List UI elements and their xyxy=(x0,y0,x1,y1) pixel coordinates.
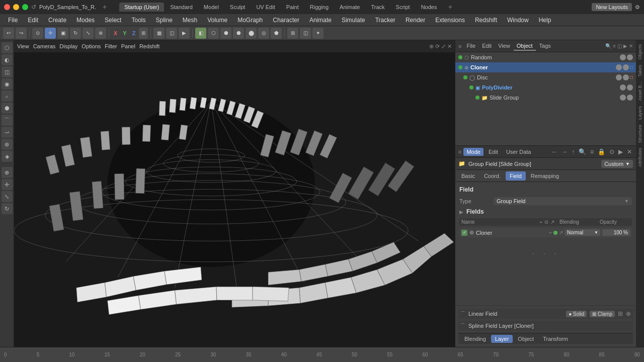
spline-icon[interactable]: ⌒ xyxy=(2,115,13,126)
render-region-button[interactable]: ▦ xyxy=(153,28,165,39)
tab-field[interactable]: Field xyxy=(506,171,526,180)
field-enable-checkbox[interactable]: ✓ xyxy=(461,230,467,236)
point-mode-button[interactable]: ⬣ xyxy=(233,28,244,39)
list-item[interactable]: ⊛ Cloner □ xyxy=(455,62,636,72)
polygon-icon[interactable]: ⬢ xyxy=(2,103,13,114)
attr-forward-button[interactable]: → xyxy=(560,148,569,155)
camera-button[interactable]: ◫ xyxy=(300,28,311,39)
paint-icon[interactable]: ◉ xyxy=(2,78,13,89)
vis-editor[interactable] xyxy=(616,74,622,80)
sculpt-icon[interactable]: ◐ xyxy=(2,54,13,65)
menu-edit[interactable]: Edit xyxy=(24,16,42,25)
settings-icon[interactable]: ⚙ xyxy=(635,4,640,11)
grid-button[interactable]: ⊞ xyxy=(287,28,298,39)
field-opacity-input[interactable]: 100 % xyxy=(602,229,630,236)
menu-mograph[interactable]: MoGraph xyxy=(233,16,267,25)
model-icon[interactable]: ⬡ xyxy=(2,42,13,53)
vt-cameras[interactable]: Cameras xyxy=(33,43,56,49)
axis-all[interactable]: ⊞ xyxy=(139,28,148,39)
menu-modes[interactable]: Modes xyxy=(72,16,99,25)
rotate-button[interactable]: ↻ xyxy=(70,28,81,39)
menu-extensions[interactable]: Extensions xyxy=(431,16,469,25)
menu-volume[interactable]: Volume xyxy=(203,16,231,25)
settings-icon[interactable]: ⊙ xyxy=(608,148,615,155)
axis-z[interactable]: Z xyxy=(130,29,138,37)
axis-x[interactable]: X xyxy=(112,29,119,37)
menu-render[interactable]: Render xyxy=(401,16,429,25)
object-mode-button[interactable]: ⬡ xyxy=(208,28,219,39)
layer-icon[interactable]: ◫ xyxy=(617,43,622,49)
menu-redshift[interactable]: Redshift xyxy=(471,16,501,25)
menu-character[interactable]: Character xyxy=(269,16,303,25)
vt-redshift[interactable]: Redshift xyxy=(139,43,159,49)
menu-file[interactable]: File xyxy=(4,16,22,25)
new-layouts-button[interactable]: New Layouts xyxy=(592,3,632,11)
list-item[interactable]: ◯ Disc □ xyxy=(455,72,636,82)
list-item[interactable]: ▣ PolyDivider xyxy=(455,82,636,93)
attr-mode-userdata[interactable]: User Data xyxy=(503,148,534,156)
vis-render[interactable] xyxy=(627,95,633,101)
menu-tools[interactable]: Tools xyxy=(127,16,149,25)
lock-icon[interactable]: 🔒 xyxy=(597,148,606,155)
btab-blending[interactable]: Blending xyxy=(460,335,490,343)
attr-back-button[interactable]: ← xyxy=(550,148,558,155)
tab-sculpt[interactable]: Sculpt xyxy=(225,3,251,12)
filter-icon[interactable]: ≡ xyxy=(589,148,595,155)
transform-button[interactable]: ⊕ xyxy=(95,28,106,39)
objects-tab-object[interactable]: Object xyxy=(514,42,536,51)
field-curve-icon[interactable]: ⌁ xyxy=(549,230,552,235)
maximize-button[interactable] xyxy=(22,4,28,10)
brush-button[interactable]: ⬟ xyxy=(271,28,282,39)
list-item[interactable]: 📁 Slide Group xyxy=(455,93,636,103)
close-panel-icon[interactable]: ✕ xyxy=(629,43,633,49)
move-button[interactable]: ✛ xyxy=(45,28,56,39)
attr-mode-mode[interactable]: Mode xyxy=(463,148,484,156)
field-mode-button[interactable]: ◎ xyxy=(258,28,269,39)
deform-icon[interactable]: ⤻ xyxy=(2,127,13,138)
vt-panel[interactable]: Panel xyxy=(121,43,135,49)
rotate-tool-icon[interactable]: ↻ xyxy=(2,203,13,214)
sidebar-tab-objects[interactable]: Objects xyxy=(637,42,643,62)
close-attr-icon[interactable]: ✕ xyxy=(626,148,633,155)
vt-filter[interactable]: Filter xyxy=(105,43,117,49)
effector-icon[interactable]: ◈ xyxy=(2,151,13,162)
tab-animate[interactable]: Animate xyxy=(335,3,365,12)
render-to-picture-button[interactable]: ◫ xyxy=(166,28,177,39)
expand-icon[interactable]: ▶ xyxy=(617,148,624,155)
tab-model[interactable]: Model xyxy=(199,3,224,12)
vis-editor[interactable] xyxy=(616,64,622,70)
sidebar-tab-structure[interactable]: Structure xyxy=(637,123,643,145)
viewport[interactable]: View Cameras Display Options Filter Pane… xyxy=(14,40,455,347)
tab-basic[interactable]: Basic xyxy=(457,171,479,180)
poly-mode-button[interactable]: ⬤ xyxy=(246,28,257,39)
vis-editor[interactable] xyxy=(620,84,626,90)
tab-track[interactable]: Track xyxy=(366,3,389,12)
scale-tool-icon[interactable]: ⤡ xyxy=(2,191,13,202)
field-arrow-icon[interactable]: ↗ xyxy=(559,230,563,235)
tab-nodes[interactable]: Nodes xyxy=(416,3,442,12)
select-button[interactable]: ▣ xyxy=(57,28,68,39)
menu-tracker[interactable]: Tracker xyxy=(371,16,399,25)
close-button[interactable] xyxy=(4,4,10,10)
render-button[interactable]: ▶ xyxy=(179,28,190,39)
minimize-button[interactable] xyxy=(13,4,19,10)
search-icon[interactable]: 🔍 xyxy=(605,43,611,49)
menu-help[interactable]: Help xyxy=(535,16,555,25)
attr-type-value[interactable]: Group Field ▼ xyxy=(494,197,632,205)
btab-layer[interactable]: Layer xyxy=(491,335,513,343)
add-layout-icon[interactable]: ＋ xyxy=(101,3,108,12)
list-item[interactable]: ⬡ Random xyxy=(455,52,636,62)
scale-button[interactable]: ⤡ xyxy=(83,28,94,39)
add-tab-icon[interactable]: ＋ xyxy=(447,3,454,12)
sidebar-tab-takes[interactable]: Takes xyxy=(637,63,643,79)
undo-button[interactable]: ↩ xyxy=(3,28,14,39)
field-options-icon[interactable]: ⊕ xyxy=(626,310,631,317)
objects-tab-edit[interactable]: Edit xyxy=(479,42,495,51)
vis-editor[interactable] xyxy=(620,95,626,101)
fields-collapse-icon[interactable]: ▶ xyxy=(459,209,463,215)
redo-button[interactable]: ↪ xyxy=(16,28,27,39)
objects-tab-view[interactable]: View xyxy=(495,42,513,51)
tab-startup[interactable]: Startup (User) xyxy=(119,3,164,12)
selection-icon[interactable]: ⬦ xyxy=(2,90,13,102)
menu-animate[interactable]: Animate xyxy=(305,16,336,25)
